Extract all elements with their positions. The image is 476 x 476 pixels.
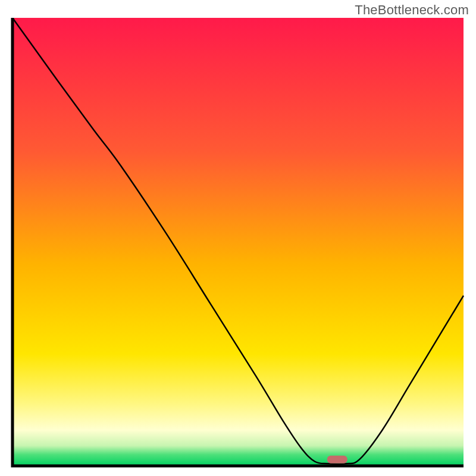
chart-svg (11, 18, 465, 468)
optimal-marker (327, 456, 347, 464)
chart-background (12, 18, 464, 466)
chart-container: TheBottleneck.com (0, 0, 476, 476)
watermark-text: TheBottleneck.com (355, 2, 469, 18)
chart-plot-area (11, 18, 465, 468)
